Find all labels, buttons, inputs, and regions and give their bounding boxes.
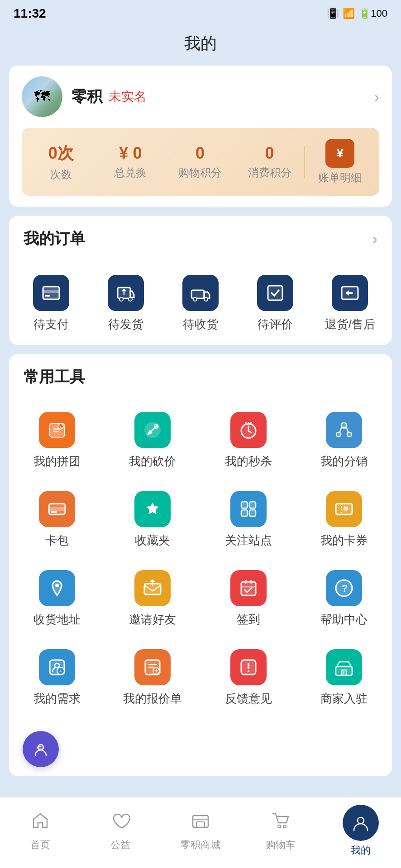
- order-pending-receipt[interactable]: 待收货: [163, 275, 238, 332]
- stat-consume-value: 0: [265, 144, 274, 163]
- address-label: 收货地址: [33, 612, 81, 627]
- tool-kabao[interactable]: 卡包: [9, 480, 105, 559]
- tool-demand[interactable]: + 我的需求: [9, 638, 105, 717]
- demand-icon: +: [39, 649, 75, 685]
- order-return[interactable]: 退货/售后: [313, 275, 387, 332]
- tool-feedback[interactable]: 反馈意见: [200, 638, 296, 717]
- stat-shopping-label: 购物积分: [178, 165, 222, 180]
- miaosha-label: 我的秒杀: [225, 453, 272, 469]
- pending-payment-label: 待支付: [33, 316, 69, 332]
- svg-point-6: [129, 297, 132, 301]
- address-icon: [39, 570, 75, 606]
- orders-chevron-icon: ›: [372, 231, 377, 247]
- svg-rect-36: [245, 580, 247, 584]
- stat-consume-label: 消费积分: [248, 165, 291, 180]
- tool-guanzhu[interactable]: 关注站点: [200, 480, 296, 559]
- tool-miaosha[interactable]: 我的秒杀: [200, 401, 296, 480]
- return-label: 退货/售后: [325, 316, 375, 332]
- profile-name: 零积: [72, 86, 102, 107]
- signin-icon: [230, 570, 267, 606]
- orders-section: 我的订单 › 待支付: [9, 216, 392, 345]
- svg-rect-25: [51, 511, 57, 513]
- tool-invite[interactable]: 邀请好友: [105, 559, 201, 638]
- nav-cart[interactable]: 购物车: [241, 810, 321, 852]
- quote-label: 我的报价单: [123, 691, 182, 707]
- main-content: 零积 未实名 › 0次 次数 ¥ 0 总兑换 0 购物积分: [0, 66, 401, 797]
- nav-cart-label: 购物车: [266, 838, 296, 852]
- nav-profile[interactable]: 我的: [321, 805, 401, 857]
- orders-header[interactable]: 我的订单 ›: [9, 216, 392, 262]
- nav-charity[interactable]: 公益: [80, 810, 160, 852]
- nav-profile-label: 我的: [351, 844, 371, 857]
- feedback-label: 反馈意见: [225, 691, 272, 707]
- avatar[interactable]: [22, 76, 62, 117]
- page-title: 我的: [0, 24, 401, 66]
- svg-rect-48: [248, 663, 249, 669]
- kabao-icon: [39, 491, 75, 527]
- tool-merchant[interactable]: 商家入驻: [296, 638, 392, 717]
- pintuan-label: 我的拼团: [33, 453, 81, 469]
- pending-receipt-label: 待收货: [183, 316, 218, 332]
- tool-pintuan[interactable]: + 我的拼团: [9, 401, 105, 480]
- svg-point-9: [193, 297, 197, 301]
- fxiao-icon: [326, 412, 362, 448]
- svg-rect-27: [249, 502, 256, 508]
- profile-unverified: 未实名: [109, 88, 147, 105]
- status-bar: 11:32 📳 📶 🔋100: [0, 0, 401, 24]
- order-pending-review[interactable]: 待评价: [238, 275, 313, 332]
- kabao-label: 卡包: [45, 533, 69, 548]
- merchant-icon: [326, 649, 362, 685]
- stat-consume-points[interactable]: 0 消费积分: [235, 144, 305, 180]
- svg-rect-51: [341, 670, 347, 675]
- order-icons-row: 待支付 待发货: [9, 262, 392, 345]
- feedback-icon: [230, 649, 267, 685]
- tool-address[interactable]: 收货地址: [9, 559, 105, 638]
- profile-inner: 零积 未实名 › 0次 次数 ¥ 0 总兑换 0 购物积分: [9, 66, 392, 207]
- stat-exchange[interactable]: ¥ 0 总兑换: [96, 144, 166, 180]
- store-icon: [190, 810, 211, 835]
- jianjia-label: 我的砍价: [129, 453, 176, 469]
- tool-signin[interactable]: 签到: [200, 559, 296, 638]
- svg-rect-26: [241, 502, 248, 508]
- svg-rect-29: [249, 510, 256, 516]
- svg-rect-38: [241, 586, 256, 588]
- charity-icon: [110, 810, 131, 835]
- help-icon: ?: [326, 570, 362, 606]
- svg-rect-49: [248, 670, 249, 672]
- pending-review-icon: [257, 275, 293, 311]
- stat-shopping-points[interactable]: 0 购物积分: [165, 144, 235, 180]
- tool-shoucang[interactable]: 收藏夹: [105, 480, 201, 559]
- svg-point-53: [38, 745, 43, 750]
- customer-service-button[interactable]: [23, 731, 59, 767]
- profile-chevron-icon: ›: [374, 89, 379, 105]
- stat-exchange-label: 总兑换: [114, 165, 147, 180]
- wifi-icon: 📶: [343, 8, 355, 19]
- guanzhu-label: 关注站点: [225, 533, 272, 548]
- svg-point-21: [336, 432, 341, 437]
- order-pending-shipment[interactable]: 待发货: [88, 275, 163, 332]
- nav-store[interactable]: 零积商城: [160, 810, 240, 852]
- bill-detail[interactable]: 账单明细: [305, 139, 375, 185]
- tool-fxiao[interactable]: 我的分销: [296, 401, 392, 480]
- tool-quote[interactable]: 我的报价单: [105, 638, 201, 717]
- shoucang-label: 收藏夹: [135, 533, 170, 548]
- pintuan-icon: +: [39, 412, 75, 448]
- return-icon: [332, 275, 368, 311]
- cart-icon: [270, 810, 291, 835]
- svg-text:券: 券: [343, 506, 349, 512]
- vibrate-icon: 📳: [327, 8, 339, 19]
- bill-icon: [325, 139, 354, 168]
- profile-row[interactable]: 零积 未实名 ›: [22, 76, 379, 117]
- nav-home-label: 首页: [30, 838, 50, 852]
- tool-jianjia[interactable]: 我的砍价: [105, 401, 201, 480]
- svg-rect-2: [43, 290, 59, 293]
- stat-times[interactable]: 0次 次数: [26, 142, 96, 182]
- order-pending-payment[interactable]: 待支付: [14, 275, 88, 332]
- invite-label: 邀请好友: [129, 612, 176, 627]
- tool-help[interactable]: ? 帮助中心: [296, 559, 392, 638]
- floating-cs-area: [9, 726, 392, 776]
- pending-shipment-label: 待发货: [108, 316, 143, 332]
- tool-kaquan[interactable]: 券 我的卡券: [296, 480, 392, 559]
- nav-home[interactable]: 首页: [0, 810, 80, 852]
- profile-info: 零积 未实名: [72, 86, 147, 107]
